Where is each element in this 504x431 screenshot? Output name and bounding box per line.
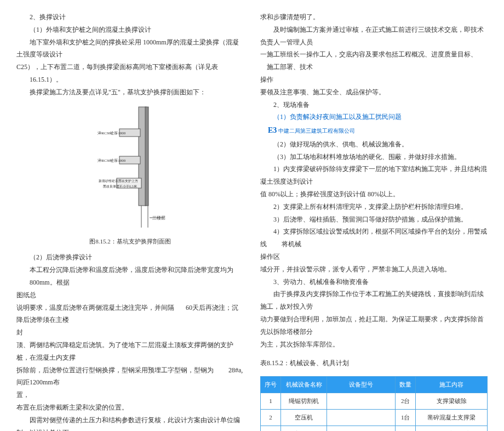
p: （2）做好现场的供水、供电、机械设施准备。: [260, 138, 488, 151]
p: 本工程分沉降后浇带和温度后浇带，温度后浇带和沉降后浇带宽度均为 800mm。根据: [16, 264, 244, 289]
heading-2: 2、换撑设计: [16, 11, 244, 24]
equipment-table: 序号 机械设备名称 设备型号 数量 施工内容 1绳锯切割机2台支撑梁破除2空压机…: [260, 376, 488, 431]
td: 2: [261, 409, 281, 426]
td: 2台: [396, 426, 416, 431]
td: 1: [261, 393, 281, 410]
p: 4）支撑拆除区域拉设警戒线封闭，根据不同区域操作平台的划分，用警戒线 将机械: [260, 225, 488, 251]
td: 1台: [396, 409, 416, 426]
p: 操作区: [260, 251, 488, 263]
td: [327, 409, 396, 426]
svg-text:新填砂性砼表面在支护上方: 新填砂性砼表面在支护上方: [99, 179, 138, 183]
p: 布置在后浇带截断主梁和次梁的位置。: [16, 401, 244, 414]
td: 手动葫芦: [281, 426, 327, 431]
p: 置，: [16, 389, 244, 401]
td: 空压机: [281, 409, 327, 426]
p: 动力要做到合理利用，加班加点，抢赶工期。为保证工期要求，内支撑拆除首先以拆除塔楼…: [260, 313, 488, 338]
p: 2）支撑梁上所有材料清理完毕，支撑梁上防护栏杆拆除清理归堆。: [260, 201, 488, 213]
td: [327, 393, 396, 410]
p: 顶、两侧结构沉降稳定后浇筑。为了使地下二层混凝土顶板支撑两侧的支护桩，在混凝土内…: [16, 339, 244, 364]
p: 说明要求，温度后浇带在两侧混凝土浇注完毕，并间隔 60天后再浇注；沉降后浇带须在…: [16, 302, 244, 327]
p: （1）外墙和支护桩之间的混凝土换撑设计: [16, 24, 244, 36]
p: 地下室外墙和支护桩之间的撑换砼采用 1000mm厚的混凝土梁换撑（混凝土强度等级…: [16, 36, 244, 61]
th: 设备型号: [327, 377, 396, 393]
th: 数量: [396, 377, 416, 393]
p: 为主，其次拆除车库部位。: [260, 338, 488, 351]
heading: 3、劳动力、机械准备和物资准备: [260, 276, 488, 288]
p: 值 80%以上；换撑砼强度达到设计值 80%以上。: [260, 188, 488, 201]
figure-diagram: 淬RC30砼厚1000 淬RC30砼厚1000 新填砂性砼表面在支护上方 面改良…: [16, 104, 244, 230]
heading: 2、现场准备: [260, 99, 488, 111]
p: 因需对侧壁传递的土压力和结构参数进行复核，此设计方案由设计单位编制，以设计单位下: [16, 414, 244, 431]
p: 操作: [260, 73, 488, 86]
p: 换撑梁施工方法及要点详见"五"，基坑支护换撑剖面图如下：: [16, 86, 244, 99]
td: 悬挂固定支撑梁: [416, 426, 488, 431]
table-header-row: 序号 机械设备名称 设备型号 数量 施工内容: [261, 377, 488, 393]
p: 及时编制施工方案并通过审核，在正式施工前进行三级技术交底，即技术负责人一管理人员: [260, 24, 488, 49]
th: 机械设备名称: [281, 377, 327, 393]
svg-text:淬RC30砼厚1000: 淬RC30砼厚1000: [98, 158, 126, 163]
p: 封: [16, 326, 244, 339]
table-caption: 表8.15.2：机械设备、机具计划: [260, 357, 488, 370]
p: 要领及注意事项、施工安全、成品保护等。: [260, 86, 488, 99]
p-blue: （1）负责解决好夜间施工以及施工扰民问题: [260, 111, 488, 123]
p: 由于换撑及内支撑拆除工作位于本工程施工的关键路线，直接影响到后续施工，故对投入劳: [260, 288, 488, 313]
figure-caption: 图8.15.2：基坑支护换撑剖面图: [16, 236, 244, 247]
p: 3）后浇带、端柱插筋、预留洞口等做好防护措施，成品保护措施。: [260, 213, 488, 226]
svg-text:淬RC30砼厚1000: 淬RC30砼厚1000: [98, 131, 126, 135]
company-tag: E3 中建二局第三建筑工程有限公司: [260, 123, 488, 138]
p: C25），上下布置二道，每到换撑梁面标高同地下室楼面标高（详见表 16.15.1…: [16, 61, 244, 86]
td: 支撑梁破除: [416, 393, 488, 410]
p: （3）加工场地和材料堆放场地的硬化、围蔽，并做好排水措施。: [260, 151, 488, 163]
p: 拆除前，后浇带位置进行型钢换撑，型钢采用预埋工字型钢，型钢为 28#a,间距12…: [16, 364, 244, 389]
table-row: 3手动葫芦2台悬挂固定支撑梁: [261, 426, 488, 431]
p: 域分开，并挂设警示牌，派专人看守，严禁非施工人员进入场地。: [260, 263, 488, 276]
p: 求和步骤清楚明了。: [260, 11, 488, 24]
p: 一施工班组长一操作工人，交底内容及要求包括工程概况、进度质量目标、 施工部署、技…: [260, 48, 488, 73]
th: 施工内容: [416, 377, 488, 393]
td: 绳锯切割机: [281, 393, 327, 410]
table-row: 2空压机1台凿碎混凝土支撑梁: [261, 409, 488, 426]
th: 序号: [261, 377, 281, 393]
td: 3: [261, 426, 281, 431]
right-column: 求和步骤清楚明了。 及时编制施工方案并通过审核，在正式施工前进行三级技术交底，即…: [260, 11, 488, 431]
td: 凿碎混凝土支撑梁: [416, 409, 488, 426]
p: 1）内支撑梁破碎拆除待支撑梁下一层的地下室结构施工完毕，并且结构混凝土强度达到设…: [260, 163, 488, 188]
table-row: 1绳锯切割机2台支撑梁破除: [261, 393, 488, 410]
svg-rect-1: [145, 107, 148, 206]
td: 2台: [396, 393, 416, 410]
p: 图纸总: [16, 289, 244, 302]
section-diagram-icon: 淬RC30砼厚1000 淬RC30砼厚1000 新填砂性砼表面在支护上方 面改良…: [87, 104, 174, 230]
td: [327, 426, 396, 431]
left-column: 2、换撑设计 （1）外墙和支护桩之间的混凝土换撑设计 地下室外墙和支护桩之间的撑…: [16, 11, 244, 431]
p: （2）后浇带换撑设计: [16, 251, 244, 264]
svg-text:面改良厚度不小于0.3米: 面改良厚度不小于0.3米: [103, 184, 137, 188]
